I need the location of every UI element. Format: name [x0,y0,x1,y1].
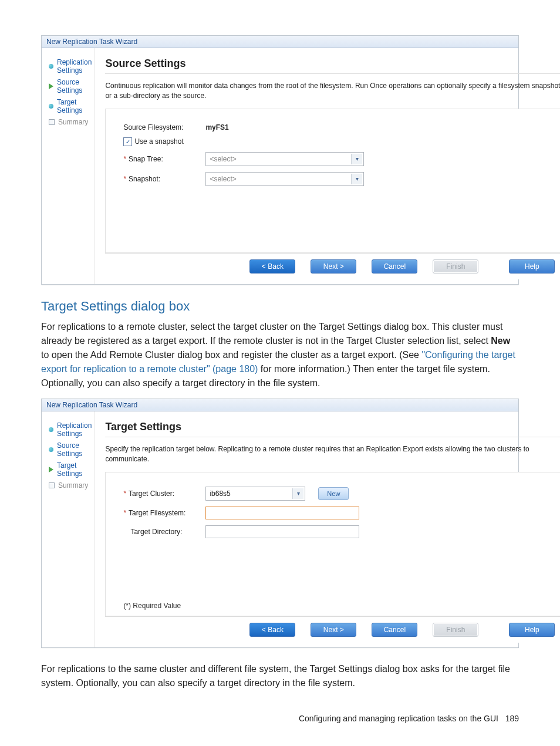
label-snapshot: * Snapshot: [123,175,200,183]
sidebar-item-target-settings[interactable]: Target Settings [49,96,92,116]
back-button[interactable]: < Back [249,623,295,637]
form-container: * Target Cluster: ib68s5 ▾ New * Target … [105,472,560,616]
panel-description: Specify the replication target below. Re… [105,444,560,465]
panel-description: Continuous replication will monitor data… [105,81,560,102]
select-placeholder: <select> [210,175,236,183]
sidebar-item-label: Summary [58,118,88,126]
required-asterisk: * [123,155,126,163]
label-target-filesystem: * Target Filesystem: [123,509,200,517]
page-number: 189 [505,714,519,723]
dot-icon [49,447,53,452]
square-icon [49,482,55,488]
wizard-sidebar: Replication Settings Source Settings Tar… [42,48,95,284]
next-button[interactable]: Next > [311,623,356,637]
new-button[interactable]: New [318,487,349,500]
chevron-down-icon: ▾ [351,154,362,164]
label-snap-tree: * Snap Tree: [123,155,200,163]
dot-icon [49,64,53,69]
doc-paragraph: For replications to the same cluster and… [41,662,519,690]
cancel-button[interactable]: Cancel [372,623,417,637]
label-target-cluster: * Target Cluster: [123,490,200,498]
select-target-cluster[interactable]: ib68s5 ▾ [205,487,305,501]
sidebar-item-label: Target Settings [57,461,92,478]
required-note: (*) Required Value [123,602,554,610]
dot-icon [49,104,53,109]
finish-button: Finish [433,623,478,637]
sidebar-item-summary[interactable]: Summary [49,116,92,128]
arrow-icon [49,467,53,472]
panel-heading: Target Settings [105,421,560,437]
required-asterisk: * [123,490,126,498]
footer-text: Configuring and managing replication tas… [299,714,498,723]
chevron-down-icon: ▾ [292,488,303,499]
sidebar-item-source-settings[interactable]: Source Settings [49,76,92,96]
sidebar-item-label: Source Settings [57,441,92,458]
wizard-titlebar: New Replication Task Wizard [42,399,518,411]
wizard-sidebar: Replication Settings Source Settings Tar… [42,411,95,647]
select-snapshot[interactable]: <select> ▾ [205,172,364,186]
sidebar-item-label: Replication Settings [57,421,92,438]
label-target-directory: Target Directory: [123,528,200,536]
sidebar-item-label: Replication Settings [57,58,92,75]
required-asterisk: * [123,509,126,517]
checkbox-use-snapshot[interactable]: ✓ Use a snapshot [123,137,183,146]
next-button[interactable]: Next > [311,259,356,274]
wizard-footer: < Back Next > Cancel Finish Help [105,616,560,643]
square-icon [49,119,55,125]
bold-text: New [491,336,510,346]
select-value: ib68s5 [210,490,230,498]
sidebar-item-source-settings[interactable]: Source Settings [49,440,92,460]
checkbox-label: Use a snapshot [134,137,183,146]
input-target-directory[interactable] [205,525,359,538]
sidebar-item-replication-settings[interactable]: Replication Settings [49,56,92,76]
sidebar-item-summary[interactable]: Summary [49,480,92,491]
sidebar-item-replication-settings[interactable]: Replication Settings [49,420,92,440]
wizard-footer: < Back Next > Cancel Finish Help [105,253,560,279]
page-footer: Configuring and managing replication tas… [41,714,519,723]
wizard-titlebar: New Replication Task Wizard [42,36,518,48]
sidebar-item-label: Source Settings [57,78,92,94]
panel-heading: Source Settings [105,58,560,74]
arrow-icon [49,83,53,89]
select-placeholder: <select> [210,155,236,163]
dot-icon [49,427,53,432]
wizard-source-settings: New Replication Task Wizard Replication … [41,35,519,285]
sidebar-item-label: Target Settings [57,98,92,114]
checkbox-icon: ✓ [123,137,132,146]
form-container: Source Filesystem: myFS1 ✓ Use a snapsho… [105,109,560,253]
cancel-button[interactable]: Cancel [372,259,417,274]
back-button[interactable]: < Back [249,259,295,274]
sidebar-item-label: Summary [58,481,88,490]
chevron-down-icon: ▾ [351,174,362,184]
input-target-filesystem[interactable] [205,507,359,519]
sidebar-item-target-settings[interactable]: Target Settings [49,460,92,480]
required-asterisk: * [123,175,126,183]
section-heading: Target Settings dialog box [41,299,519,314]
help-button[interactable]: Help [509,259,555,274]
wizard-target-settings: New Replication Task Wizard Replication … [41,399,519,648]
doc-paragraph: For replications to a remote cluster, se… [41,320,519,390]
value-source-filesystem: myFS1 [205,123,228,131]
help-button[interactable]: Help [509,623,555,637]
label-source-filesystem: Source Filesystem: [123,123,200,131]
select-snap-tree[interactable]: <select> ▾ [205,152,364,166]
finish-button: Finish [433,259,478,274]
